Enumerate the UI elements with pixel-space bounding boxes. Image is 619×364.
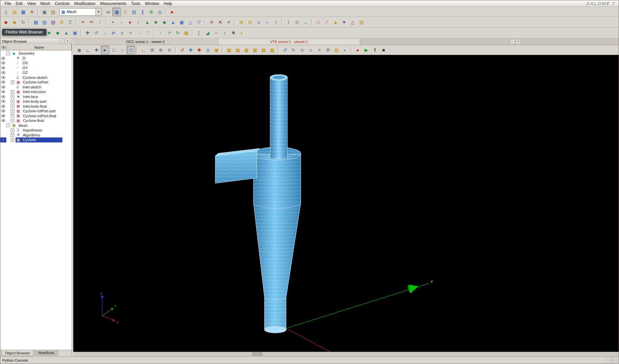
eye-icon[interactable] bbox=[1, 100, 5, 103]
collapse-icon[interactable]: - bbox=[6, 52, 10, 55]
scaling-icon[interactable]: ± bbox=[306, 46, 315, 54]
find-element-icon[interactable]: ⊙ bbox=[293, 18, 301, 26]
tab-object-browser[interactable]: Object Browser bbox=[1, 350, 33, 356]
add-hexahedron-icon[interactable]: ▣ bbox=[71, 28, 79, 37]
eyeglasses-icon[interactable]: ∞ bbox=[104, 8, 112, 16]
tree-item-algorithms[interactable]: +⚙Algorithms bbox=[0, 133, 72, 138]
expand-icon[interactable]: + bbox=[11, 80, 14, 84]
extrusion-along-path-icon[interactable]: ↗ bbox=[165, 28, 173, 37]
expand-icon[interactable]: + bbox=[11, 133, 14, 137]
copy-icon[interactable]: ▣ bbox=[40, 8, 49, 16]
fly-mode-icon[interactable]: ► bbox=[168, 8, 177, 16]
close-viewer-button[interactable]: ✕ bbox=[516, 39, 521, 44]
visibility-gutter[interactable] bbox=[0, 76, 6, 79]
eye-icon[interactable] bbox=[1, 119, 5, 122]
expand-icon[interactable]: + bbox=[11, 138, 14, 142]
add-polygon-icon[interactable]: ◆ bbox=[53, 28, 62, 37]
mesh-module-icon[interactable]: ▦ bbox=[112, 8, 121, 16]
menu-tools[interactable]: Tools bbox=[129, 1, 143, 6]
eye-icon[interactable] bbox=[1, 71, 5, 74]
symmetry-icon[interactable]: ⇄ bbox=[109, 28, 118, 37]
rect-selection-icon[interactable]: □ bbox=[109, 46, 118, 54]
expand-icon[interactable]: + bbox=[11, 104, 14, 108]
duplicate-nodes-icon[interactable]: ✱ bbox=[229, 28, 238, 37]
create-group-icon[interactable]: ⊞ bbox=[237, 18, 246, 26]
export-mesh-icon[interactable]: ◆ bbox=[10, 18, 19, 26]
update-view-icon[interactable]: ↻ bbox=[19, 18, 28, 26]
aspect-ratio-control-icon[interactable]: △ bbox=[348, 18, 357, 26]
tree-item-oy[interactable]: ∕OY bbox=[0, 66, 72, 71]
eye-icon[interactable] bbox=[1, 62, 5, 64]
view-orientation-icon[interactable]: ∟ bbox=[139, 46, 148, 54]
visibility-gutter[interactable] bbox=[0, 95, 6, 98]
quadrangle-icon[interactable]: ■ bbox=[152, 18, 160, 26]
tree-item-cyclone-rotpart-final[interactable]: +▦Cyclone-rotPart-final bbox=[0, 114, 72, 119]
menu-file[interactable]: File bbox=[2, 1, 13, 6]
graduated-axes-icon[interactable]: ≡ bbox=[315, 46, 324, 54]
expand-icon[interactable]: + bbox=[11, 114, 14, 118]
dump-view-icon[interactable]: ◉ bbox=[75, 46, 84, 54]
extrusion-icon[interactable]: ↑ bbox=[156, 28, 165, 37]
start-recording-icon[interactable]: ● bbox=[353, 46, 362, 54]
undock-console-button[interactable]: □ bbox=[606, 358, 611, 363]
scrollbar-thumb[interactable] bbox=[252, 352, 262, 356]
right-view-icon[interactable]: ▦ bbox=[268, 46, 277, 54]
free-borders-control-icon[interactable]: □ bbox=[314, 18, 323, 26]
tree-item-o[interactable]: ✚O bbox=[0, 56, 72, 61]
pause-recording-icon[interactable]: ‖ bbox=[371, 46, 379, 54]
menu-modification[interactable]: Modification bbox=[72, 1, 98, 6]
tree-item-inlet-face[interactable]: +■Inlet-face bbox=[0, 94, 72, 99]
undock-object-browser-button[interactable]: □ bbox=[59, 39, 64, 44]
triangle-icon[interactable]: ▲ bbox=[143, 18, 152, 26]
mesh-information-icon[interactable]: i bbox=[284, 18, 293, 26]
expand-icon[interactable]: + bbox=[11, 95, 14, 98]
polygon-selection-icon[interactable]: ◇ bbox=[127, 46, 135, 54]
fit-all-icon[interactable]: ▣ bbox=[212, 46, 221, 54]
left-view-icon[interactable]: ▦ bbox=[259, 46, 268, 54]
menu-controls[interactable]: Controls bbox=[52, 1, 72, 6]
ball-element-icon[interactable]: ● bbox=[126, 18, 134, 26]
paste-icon[interactable]: ▤ bbox=[49, 8, 57, 16]
visibility-gutter[interactable] bbox=[0, 105, 6, 108]
polygon-icon[interactable]: ◆ bbox=[160, 18, 169, 26]
pattern-mapping-icon[interactable]: ▦ bbox=[182, 28, 191, 37]
eye-icon[interactable] bbox=[1, 76, 5, 79]
menu-edit[interactable]: Edit bbox=[13, 1, 25, 6]
tab-notebook[interactable]: NoteBook bbox=[34, 350, 58, 355]
module-selector[interactable]: ▦ Mesh ▼ bbox=[59, 8, 102, 16]
expand-icon[interactable]: + bbox=[11, 109, 14, 113]
hexahedron-icon[interactable]: ▣ bbox=[177, 18, 186, 26]
remove-elements-icon[interactable]: ✕ bbox=[216, 18, 224, 26]
reset-view-icon[interactable]: ↺ bbox=[280, 46, 289, 54]
sphere-grid-icon[interactable]: ⊕ bbox=[147, 8, 155, 16]
visibility-gutter[interactable] bbox=[0, 119, 6, 122]
stereo-icon[interactable]: ◐ bbox=[341, 46, 349, 54]
zoom-in-icon[interactable]: ⊕ bbox=[156, 46, 165, 54]
create-submesh-icon[interactable]: ▨ bbox=[40, 18, 49, 26]
notebook-icon[interactable]: ▯ bbox=[121, 8, 130, 16]
merge-elements-icon[interactable]: ∵ bbox=[144, 28, 152, 37]
visibility-gutter[interactable] bbox=[0, 110, 6, 112]
render-mode-icon[interactable]: ◐ bbox=[238, 28, 246, 37]
selected-marker[interactable]: ▪ bbox=[0, 137, 6, 142]
update-rate-icon[interactable]: ⊙ bbox=[298, 46, 306, 54]
horizontal-scrollbar[interactable] bbox=[73, 352, 619, 356]
rotate-view-icon[interactable]: ↺ bbox=[178, 46, 186, 54]
save-icon[interactable]: ▦ bbox=[19, 8, 28, 16]
orientation-icon[interactable]: ↕ bbox=[220, 28, 229, 37]
cutting-of-quadrangles-icon[interactable]: ◢ bbox=[203, 28, 212, 37]
open-file-icon[interactable]: ▤ bbox=[10, 8, 19, 16]
edit-mesh-icon[interactable]: ▧ bbox=[49, 18, 57, 26]
eye-icon[interactable] bbox=[1, 110, 5, 112]
scalar-bar-icon[interactable]: ▥ bbox=[357, 18, 366, 26]
expand-icon[interactable]: + bbox=[11, 90, 14, 94]
max-size-icon[interactable]: 80 bbox=[87, 18, 96, 26]
tree-item-hypotheses[interactable]: +ΣHypotheses bbox=[0, 128, 72, 133]
visibility-gutter[interactable] bbox=[0, 62, 6, 64]
visibility-gutter[interactable] bbox=[0, 115, 6, 117]
global-pan-icon[interactable]: ✱ bbox=[195, 46, 204, 54]
menu-window[interactable]: Window bbox=[143, 1, 161, 6]
menu-mesh[interactable]: Mesh bbox=[38, 1, 52, 6]
edge-icon[interactable]: ∕ bbox=[134, 18, 143, 26]
local-length-icon[interactable]: ∕ bbox=[96, 18, 104, 26]
